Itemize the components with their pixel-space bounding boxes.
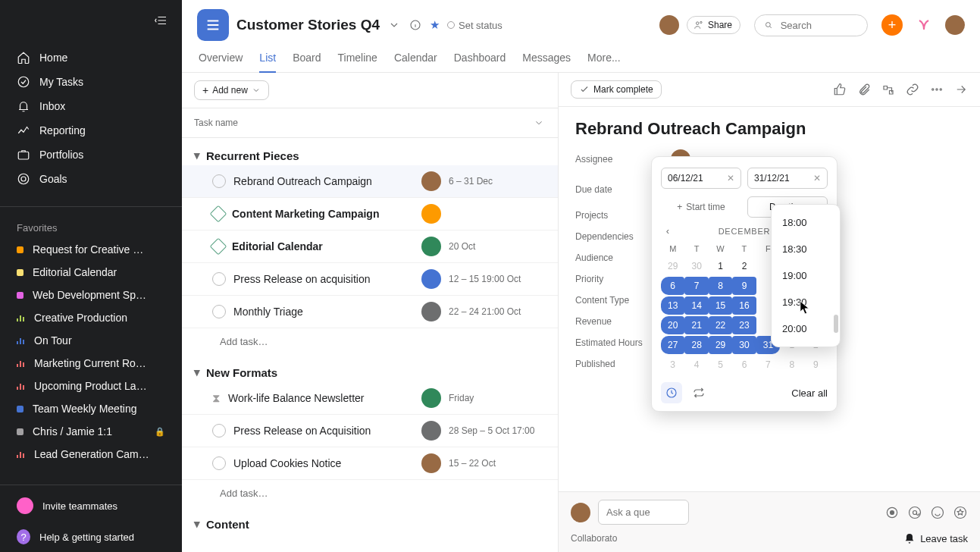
time-option[interactable]: 20:00 — [772, 315, 840, 342]
mark-complete-button[interactable]: Mark complete — [571, 80, 662, 99]
calendar-day[interactable]: 21 — [684, 315, 708, 335]
comment-input[interactable] — [598, 500, 689, 525]
end-date-input[interactable]: 31/12/21 ✕ — [747, 168, 828, 189]
calendar-day[interactable]: 30 — [732, 335, 756, 355]
user-avatar[interactable] — [945, 15, 965, 35]
leave-task-button[interactable]: Leave task — [903, 532, 968, 544]
calendar-day[interactable]: 1 — [709, 256, 732, 276]
invite-teammates[interactable]: Invite teammates — [0, 490, 182, 522]
more-icon[interactable] — [930, 83, 944, 96]
calendar-day[interactable]: 9 — [804, 355, 828, 375]
calendar-day[interactable]: 9 — [732, 276, 756, 296]
calendar-day[interactable]: 22 — [709, 315, 732, 335]
add-task-row[interactable]: Add task… — [182, 328, 558, 355]
task-assignee-avatar[interactable] — [421, 421, 441, 441]
tab-dashboard[interactable]: Dashboard — [454, 47, 506, 72]
task-assignee-avatar[interactable] — [421, 269, 441, 289]
favorite-item[interactable]: On Tour — [0, 329, 182, 352]
calendar-day[interactable]: 8 — [780, 355, 803, 375]
task-assignee-avatar[interactable] — [421, 388, 441, 408]
task-assignee-avatar[interactable] — [421, 171, 441, 191]
nav-portfolios[interactable]: Portfolios — [0, 143, 182, 167]
calendar-day[interactable]: 8 — [709, 276, 732, 296]
section-header[interactable]: New Formats — [182, 355, 558, 382]
collapse-icon[interactable] — [194, 149, 200, 162]
favorite-item[interactable]: Lead Generation Cam… — [0, 443, 182, 466]
complete-checkbox-icon[interactable] — [212, 174, 226, 188]
emoji-icon[interactable] — [930, 505, 945, 520]
time-option[interactable]: 18:00 — [772, 209, 840, 236]
favorite-item[interactable]: Chris / Jamie 1:1🔒 — [0, 420, 182, 443]
calendar-day[interactable]: 13 — [661, 296, 684, 315]
calendar-day[interactable]: 3 — [661, 355, 684, 375]
calendar-day[interactable]: 7 — [756, 355, 780, 375]
prev-month-icon[interactable]: ‹ — [661, 225, 675, 237]
task-assignee-avatar[interactable] — [421, 302, 441, 321]
collapse-icon[interactable] — [194, 517, 200, 531]
share-button[interactable]: Share — [687, 16, 740, 34]
mention-icon[interactable] — [907, 505, 922, 520]
add-task-row[interactable]: Add task… — [182, 480, 558, 507]
link-icon[interactable] — [906, 83, 919, 96]
calendar-day[interactable]: 2 — [732, 256, 756, 276]
task-assignee-avatar[interactable] — [421, 237, 441, 256]
repeat-icon[interactable] — [688, 382, 709, 403]
record-icon[interactable] — [885, 505, 900, 520]
tab-timeline[interactable]: Timeline — [338, 47, 377, 72]
tab-list[interactable]: List — [259, 47, 276, 73]
task-row[interactable]: Press Release on Acquisition28 Sep – 5 O… — [182, 415, 558, 447]
calendar-day[interactable]: 15 — [709, 296, 732, 315]
nav-home[interactable]: Home — [0, 45, 182, 70]
close-panel-icon[interactable] — [954, 83, 968, 96]
add-new-button[interactable]: + Add new — [194, 80, 269, 100]
start-time-button[interactable]: +Start time — [661, 196, 741, 218]
appreciation-icon[interactable] — [953, 505, 968, 520]
clear-end-icon[interactable]: ✕ — [813, 173, 821, 183]
calendar-day[interactable]: 28 — [684, 335, 708, 355]
zendesk-icon[interactable] — [915, 16, 933, 34]
time-option[interactable]: 18:30 — [772, 236, 840, 262]
calendar-day[interactable]: 20 — [661, 315, 684, 335]
favorite-item[interactable]: Editorial Calendar — [0, 261, 182, 284]
chevron-down-icon[interactable] — [387, 18, 401, 32]
member-avatar[interactable] — [659, 15, 679, 35]
calendar-day[interactable]: 14 — [684, 296, 708, 315]
detail-task-title[interactable]: Rebrand Outreach Campaign — [575, 119, 963, 139]
favorite-item[interactable]: Team Weekly Meeting — [0, 397, 182, 420]
favorite-item[interactable]: Upcoming Product La… — [0, 375, 182, 397]
clear-all-button[interactable]: Clear all — [791, 387, 828, 399]
star-icon[interactable]: ★ — [430, 18, 440, 32]
attachment-icon[interactable] — [857, 83, 871, 96]
complete-checkbox-icon[interactable] — [212, 424, 226, 438]
nav-mytasks[interactable]: My Tasks — [0, 70, 182, 94]
favorite-item[interactable]: Marketing Current Ro… — [0, 352, 182, 375]
favorite-item[interactable]: Web Development Sp… — [0, 284, 182, 306]
collapse-icon[interactable] — [194, 365, 200, 379]
nav-inbox[interactable]: Inbox — [0, 94, 182, 118]
tab-more[interactable]: More... — [587, 47, 621, 72]
task-row[interactable]: Press Release on acquisition12 – 15 19:0… — [182, 263, 558, 296]
favorite-item[interactable]: Request for Creative … — [0, 238, 182, 261]
start-date-input[interactable]: 06/12/21 ✕ — [661, 168, 741, 189]
sidebar-collapse-icon[interactable] — [155, 14, 168, 27]
calendar-day[interactable]: 29 — [661, 256, 684, 276]
calendar-day[interactable]: 4 — [684, 355, 708, 375]
nav-goals[interactable]: Goals — [0, 167, 182, 191]
tab-board[interactable]: Board — [293, 47, 321, 72]
calendar-day[interactable]: 27 — [661, 335, 684, 355]
milestone-icon[interactable] — [210, 238, 227, 256]
clock-icon[interactable] — [661, 382, 682, 403]
task-row[interactable]: Monthly Triage22 – 24 21:00 Oct — [182, 296, 558, 328]
set-status-button[interactable]: Set status — [447, 20, 503, 31]
favorite-item[interactable]: Creative Production — [0, 306, 182, 329]
task-row[interactable]: Editorial Calendar20 Oct — [182, 231, 558, 263]
like-icon[interactable] — [833, 83, 847, 96]
time-option[interactable]: 19:00 — [772, 262, 840, 289]
calendar-day[interactable]: 30 — [684, 256, 708, 276]
search-input[interactable] — [779, 19, 858, 32]
tab-overview[interactable]: Overview — [199, 47, 243, 72]
clear-start-icon[interactable]: ✕ — [727, 173, 734, 183]
help-getting-started[interactable]: ?Help & getting started — [0, 522, 182, 552]
section-header[interactable]: Recurrent Pieces — [182, 138, 558, 165]
quick-add-button[interactable]: + — [881, 14, 903, 36]
